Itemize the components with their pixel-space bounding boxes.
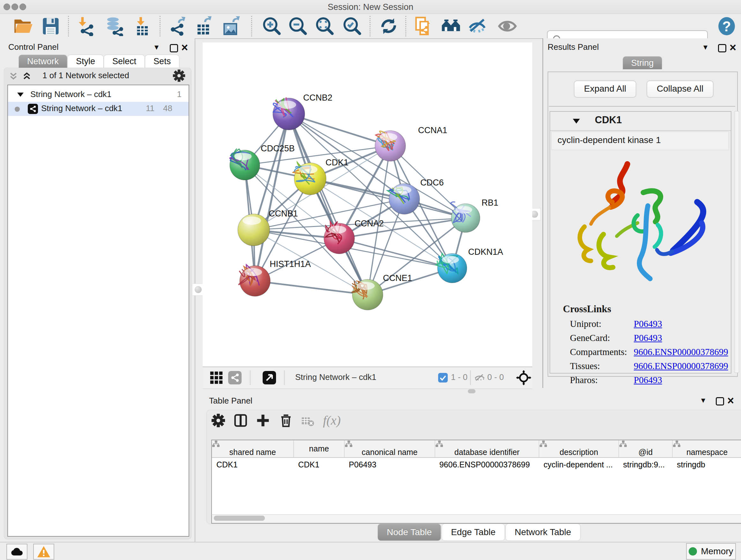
table-cell[interactable]: 9606.ENSP00000378699 <box>435 457 539 471</box>
panel-menu-icon[interactable]: ▾ <box>154 43 158 51</box>
tab-string[interactable]: String <box>623 56 663 69</box>
network-canvas[interactable]: CCNB2CCNA1CDC25BCDK1CDC6RB1CCNB1CCNA2CDK… <box>203 43 532 367</box>
table-row[interactable]: CDK1CDK1P064939606.ENSP00000378699cyclin… <box>212 457 741 471</box>
duplicate-network-icon[interactable] <box>414 16 433 36</box>
crosslink-value-link[interactable]: P06493 <box>634 319 662 329</box>
import-table-file-icon[interactable] <box>132 16 152 36</box>
show-column-icon[interactable] <box>233 414 248 428</box>
export-table-icon[interactable] <box>193 16 213 36</box>
memory-status-button[interactable]: Memory <box>686 543 736 560</box>
network-node-HIST1H1A[interactable]: HIST1H1A <box>239 259 311 296</box>
expand-all-tree-icon[interactable] <box>22 71 31 81</box>
column-header-@id[interactable]: @id <box>619 440 672 457</box>
column-header-shared-name[interactable]: shared name <box>212 440 293 457</box>
table-settings-gear-icon[interactable] <box>211 414 225 428</box>
network-node-RB1[interactable]: RB1 <box>451 198 498 233</box>
crosslinks-title: CrossLinks <box>563 303 611 315</box>
open-session-icon[interactable] <box>13 16 33 36</box>
zoom-in-icon[interactable] <box>262 16 282 36</box>
network-row-selected[interactable]: String Network – cdk1 11 48 <box>8 102 189 116</box>
column-header-namespace[interactable]: namespace <box>672 440 741 457</box>
column-header-canonical-name[interactable]: canonical name <box>344 440 435 457</box>
table-cell[interactable]: stringdb <box>672 457 741 471</box>
tab-node-table[interactable]: Node Table <box>378 523 441 541</box>
crosslink-value-link[interactable]: 9606.ENSP00000378699 <box>634 347 728 357</box>
zoom-out-icon[interactable] <box>288 16 308 36</box>
results-scrollbar[interactable] <box>735 111 739 373</box>
network-options-gear-icon[interactable] <box>173 69 185 82</box>
protein-card-header[interactable]: CDK1 <box>550 112 731 131</box>
table-cell[interactable]: CDK1 <box>293 457 344 471</box>
tab-network[interactable]: Network <box>18 55 67 68</box>
network-view-mode-icon[interactable] <box>228 371 242 384</box>
table-cell[interactable]: P06493 <box>344 457 435 471</box>
table-panel-tabs: Node TableEdge TableNetwork Table <box>378 523 581 541</box>
collapse-all-tree-icon[interactable] <box>9 71 18 81</box>
import-network-file-icon[interactable] <box>76 16 96 36</box>
grid-view-icon[interactable] <box>210 371 223 384</box>
hide-panels-icon[interactable] <box>468 16 488 36</box>
table-cell[interactable]: stringdb:9... <box>619 457 672 471</box>
network-edge[interactable] <box>255 281 367 295</box>
zoom-selected-icon[interactable] <box>342 16 362 36</box>
scrollbar-thumb[interactable] <box>214 516 265 521</box>
tab-select[interactable]: Select <box>104 55 145 68</box>
float-panel-icon[interactable] <box>716 397 724 406</box>
delete-table-icon[interactable] <box>301 415 314 428</box>
column-header-database-identifier[interactable]: database identifier <box>435 440 539 457</box>
panel-menu-icon[interactable]: ▾ <box>701 396 705 404</box>
bar-separator <box>470 370 471 385</box>
save-session-icon[interactable] <box>41 16 61 36</box>
warning-status-button[interactable] <box>33 544 54 560</box>
tab-network-table[interactable]: Network Table <box>506 523 581 541</box>
function-builder-icon[interactable]: f(x) <box>323 413 341 428</box>
table-cell[interactable]: CDK1 <box>212 457 293 471</box>
show-all-panels-icon[interactable] <box>441 16 461 36</box>
network-node-CDK1[interactable]: CDK1 <box>293 158 348 195</box>
delete-column-trash-icon[interactable] <box>279 414 293 428</box>
hidden-eye-icon[interactable] <box>474 372 485 383</box>
tab-style[interactable]: Style <box>67 55 104 68</box>
float-panel-icon[interactable] <box>170 44 178 52</box>
fit-selected-crosshair-icon[interactable] <box>516 370 531 385</box>
show-hide-gray-eye-icon[interactable] <box>497 16 517 36</box>
cloud-status-button[interactable] <box>6 544 27 560</box>
network-node-CCNA1[interactable]: CCNA1 <box>375 125 448 161</box>
table-cell[interactable]: cyclin-dependent ... <box>539 457 618 471</box>
node-table[interactable]: shared namenamecanonical namedatabase id… <box>211 440 741 516</box>
collapse-all-button[interactable]: Collapse All <box>647 80 714 98</box>
panel-menu-icon[interactable]: ▾ <box>703 43 708 51</box>
float-panel-icon[interactable] <box>718 44 726 52</box>
export-network-icon[interactable] <box>167 16 187 36</box>
birdseye-view-icon[interactable] <box>263 371 276 384</box>
network-node-CDKN1A[interactable]: CDKN1A <box>436 247 503 283</box>
collapse-triangle-icon[interactable] <box>572 118 580 124</box>
crosslink-value-link[interactable]: P06493 <box>634 333 662 343</box>
tab-sets[interactable]: Sets <box>145 55 179 68</box>
close-panel-icon[interactable]: × <box>181 43 188 52</box>
close-panel-icon[interactable]: × <box>727 396 734 406</box>
crosslink-value-link[interactable]: P06493 <box>634 375 662 385</box>
horizontal-splitter-handle[interactable] <box>468 389 475 393</box>
network-edge[interactable] <box>255 114 289 281</box>
help-icon[interactable]: ? <box>717 16 737 36</box>
tab-edge-table[interactable]: Edge Table <box>442 523 505 541</box>
collapse-triangle-icon[interactable] <box>17 91 24 98</box>
selected-checkbox-icon[interactable] <box>438 373 448 382</box>
close-panel-icon[interactable]: × <box>730 43 736 52</box>
column-header-description[interactable]: description <box>539 440 618 457</box>
expand-all-button[interactable]: Expand All <box>574 80 636 98</box>
crosslink-value-link[interactable]: 9606.ENSP00000378699 <box>634 361 728 371</box>
network-collection-row[interactable]: String Network – cdk1 1 <box>8 88 189 102</box>
network-node-CDC25B[interactable]: CDC25B <box>230 144 295 180</box>
zoom-fit-icon[interactable] <box>315 16 335 36</box>
table-horizontal-scrollbar[interactable] <box>211 514 741 523</box>
column-header-name[interactable]: name <box>293 440 344 457</box>
crosslink-row: Compartments:9606.ENSP00000378699 <box>570 347 726 361</box>
create-column-icon[interactable] <box>256 414 270 428</box>
apply-layout-icon[interactable] <box>379 16 399 36</box>
export-image-icon[interactable] <box>221 16 241 36</box>
import-network-database-icon[interactable] <box>105 16 125 36</box>
network-name: String Network – cdk1 <box>41 104 122 113</box>
network-graph[interactable]: CCNB2CCNA1CDC25BCDK1CDC6RB1CCNB1CCNA2CDK… <box>203 43 532 367</box>
